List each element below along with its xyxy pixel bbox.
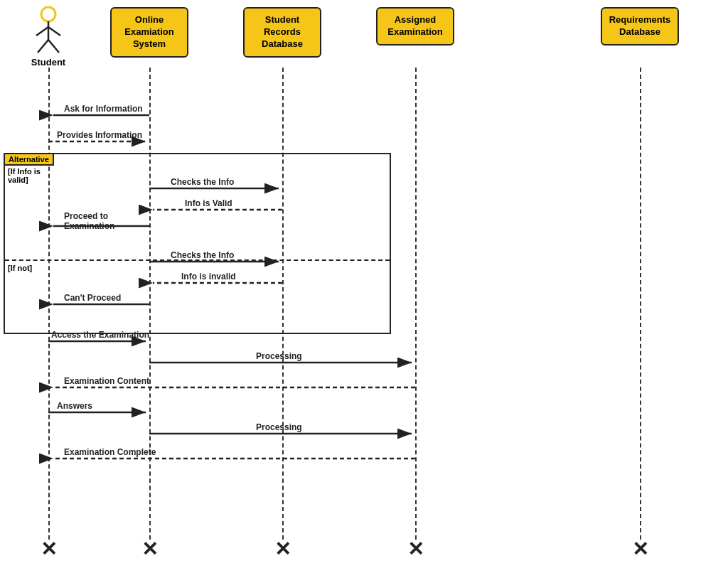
svg-line-3 <box>48 27 60 36</box>
svg-text:Answers: Answers <box>57 401 92 411</box>
svg-text:Processing: Processing <box>256 422 302 432</box>
svg-text:Ask for Information: Ask for Information <box>64 104 143 114</box>
lifeline-box-ae: AssignedExamination <box>376 7 454 45</box>
terminator-ae: ✕ <box>407 537 424 561</box>
lifeline-box-rd: RequirementsDatabase <box>601 7 679 45</box>
svg-text:Provides Information: Provides Information <box>57 130 142 140</box>
alt-condition2: [If not] <box>8 264 32 272</box>
lifeline-ae <box>415 68 417 540</box>
svg-text:Processing: Processing <box>256 351 302 361</box>
alt-condition1: [If Info isvalid] <box>8 167 41 184</box>
actor-student-label: Student <box>27 57 70 68</box>
lifeline-rd <box>640 68 641 540</box>
svg-line-5 <box>48 40 59 53</box>
alt-divider <box>5 259 390 261</box>
svg-point-0 <box>41 7 55 21</box>
alt-frame: Alternative [If Info isvalid] [If not] <box>4 153 391 334</box>
terminator-rd: ✕ <box>632 537 648 561</box>
lifeline-box-srd: StudentRecordsDatabase <box>243 7 321 58</box>
sequence-diagram: Student OnlineExamiationSystem StudentRe… <box>0 0 728 568</box>
svg-text:Examination Content: Examination Content <box>64 376 149 386</box>
svg-line-2 <box>36 27 48 36</box>
svg-line-4 <box>38 40 48 53</box>
actor-student: Student <box>27 6 70 68</box>
svg-text:Examination Complete: Examination Complete <box>64 447 156 457</box>
lifeline-box-oes: OnlineExamiationSystem <box>110 7 188 58</box>
alt-label: Alternative <box>4 153 54 166</box>
terminator-srd: ✕ <box>274 537 291 561</box>
terminator-oes: ✕ <box>141 537 158 561</box>
terminator-student: ✕ <box>41 537 57 561</box>
